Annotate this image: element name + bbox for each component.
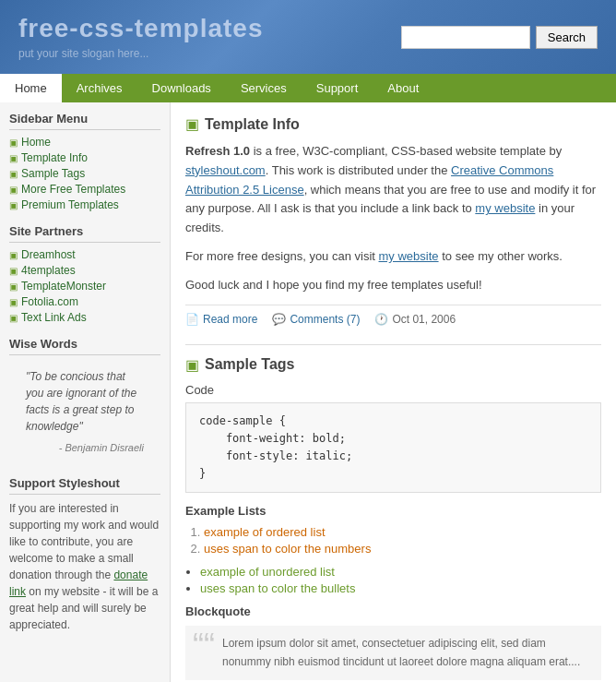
partner-fotolia[interactable]: Fotolia.com (9, 295, 160, 308)
nav-about[interactable]: About (373, 74, 433, 102)
list-item: Dreamhost (9, 248, 160, 261)
wise-quote-text: "To be concious that you are ignorant of… (26, 370, 136, 433)
site-title: free-css-templates (18, 14, 263, 43)
blockquote-section: Blockquote Lorem ipsum dolor sit amet, c… (185, 604, 601, 679)
sidebar-menu-list: Home Template Info Sample Tags More Free… (9, 136, 160, 211)
support-text: If you are interested in supporting my w… (9, 500, 160, 633)
partner-textlinkads[interactable]: Text Link Ads (9, 311, 160, 324)
support-section: Support Styleshout If you are interested… (0, 476, 170, 633)
wise-author: - Benjamin Disraeli (26, 440, 144, 456)
support-title: Support Styleshout (9, 476, 160, 495)
header: free-css-templates put your site slogan … (0, 0, 616, 74)
sample-tags-header: ▣ Sample Tags (185, 356, 601, 374)
date-wrap: 🕐 Oct 01, 2006 (374, 313, 456, 326)
nav-home[interactable]: Home (0, 74, 62, 102)
main-nav: Home Archives Downloads Services Support… (0, 74, 616, 102)
partner-templatemonster[interactable]: TemplateMonster (9, 280, 160, 293)
blockquote-box: Lorem ipsum dolor sit amet, consectetuer… (185, 626, 601, 679)
sidebar-menu-section: Sidebar Menu Home Template Info Sample T… (0, 112, 170, 211)
nav-downloads[interactable]: Downloads (137, 74, 226, 102)
sidebar-menu-title: Sidebar Menu (9, 112, 160, 130)
comments-link-wrap: 💬 Comments (7) (272, 313, 360, 326)
example-lists-heading: Example Lists (185, 504, 601, 518)
site-partners-title: Site Partners (9, 224, 160, 243)
clock-icon: 🕐 (374, 313, 388, 326)
list-item: Fotolia.com (9, 295, 160, 308)
read-more-link[interactable]: Read more (203, 313, 257, 326)
nav-archives[interactable]: Archives (62, 74, 137, 102)
my-website-link[interactable]: my website (475, 201, 535, 215)
section-icon: ▣ (185, 115, 199, 133)
page-wrapper: Sidebar Menu Home Template Info Sample T… (0, 102, 616, 682)
list-item: example of unordered list (200, 565, 601, 579)
template-name: Refresh 1.0 (185, 144, 250, 158)
list-item: Text Link Ads (9, 311, 160, 324)
list-item: 4templates (9, 264, 160, 277)
list-item: uses span to color the numbers (204, 542, 601, 556)
section-icon-2: ▣ (185, 356, 199, 374)
comment-icon: 💬 (272, 313, 286, 326)
list-item: Sample Tags (9, 167, 160, 180)
template-info-p2: For more free designs, you can visit my … (185, 247, 601, 267)
sample-tags-heading: Sample Tags (205, 356, 295, 373)
site-logo: free-css-templates put your site slogan … (18, 14, 263, 60)
list-item: Template Info (9, 151, 160, 164)
sidebar-item-premium-templates[interactable]: Premium Templates (9, 198, 160, 211)
sidebar-item-sample-tags[interactable]: Sample Tags (9, 167, 160, 180)
comments-link[interactable]: Comments (7) (290, 313, 360, 326)
sidebar: Sidebar Menu Home Template Info Sample T… (0, 102, 171, 682)
my-website-link-2[interactable]: my website (379, 249, 439, 263)
nav-services[interactable]: Services (226, 74, 302, 102)
unordered-list: example of unordered list uses span to c… (200, 565, 601, 595)
search-button[interactable]: Search (536, 26, 598, 49)
site-partners-section: Site Partners Dreamhost 4templates Templ… (0, 224, 170, 324)
wise-words-section: Wise Words "To be concious that you are … (0, 337, 170, 463)
partners-list: Dreamhost 4templates TemplateMonster Fot… (9, 248, 160, 324)
page-icon: 📄 (185, 313, 199, 326)
wise-words-title: Wise Words (9, 337, 160, 355)
sidebar-item-template-info[interactable]: Template Info (9, 151, 160, 164)
template-info-p3: Good luck and I hope you find my free te… (185, 276, 601, 295)
code-label: Code (185, 383, 601, 397)
list-item: uses span to color the bullets (200, 581, 601, 595)
code-block: code-sample { font-weight: bold; font-st… (185, 402, 601, 494)
template-info-heading: Template Info (205, 116, 300, 133)
styleshout-link[interactable]: styleshout.com (185, 163, 266, 177)
code-content: code-sample { font-weight: bold; font-st… (199, 413, 587, 484)
read-more-link-wrap: 📄 Read more (185, 313, 257, 326)
list-item: example of ordered list (204, 525, 601, 539)
section-divider (185, 344, 601, 345)
post-date: Oct 01, 2006 (392, 313, 456, 326)
post-footer: 📄 Read more 💬 Comments (7) 🕐 Oct 01, 200… (185, 305, 601, 333)
blockquote-heading: Blockquote (185, 604, 601, 618)
partner-dreamhost[interactable]: Dreamhost (9, 248, 160, 261)
sidebar-item-home[interactable]: Home (9, 136, 160, 149)
example-lists: Example Lists example of ordered list us… (185, 504, 601, 595)
partner-4templates[interactable]: 4templates (9, 264, 160, 277)
site-slogan: put your site slogan here... (18, 47, 263, 60)
list-item: Premium Templates (9, 198, 160, 211)
ordered-list: example of ordered list uses span to col… (204, 525, 601, 556)
wise-words-quote: "To be concious that you are ignorant of… (18, 361, 151, 463)
template-info-header: ▣ Template Info (185, 115, 601, 133)
list-item: TemplateMonster (9, 280, 160, 293)
list-item: More Free Templates (9, 183, 160, 196)
list-item: Home (9, 136, 160, 149)
template-info-p1: Refresh 1.0 is a free, W3C-compliant, CS… (185, 142, 601, 238)
search-input[interactable] (401, 26, 530, 49)
nav-support[interactable]: Support (302, 74, 373, 102)
search-area: Search (401, 26, 598, 49)
sidebar-item-more-free-templates[interactable]: More Free Templates (9, 183, 160, 196)
main-content: ▣ Template Info Refresh 1.0 is a free, W… (171, 102, 616, 682)
template-info-body: Refresh 1.0 is a free, W3C-compliant, CS… (185, 142, 601, 295)
blockquote-text: Lorem ipsum dolor sit amet, consectetuer… (222, 637, 580, 667)
